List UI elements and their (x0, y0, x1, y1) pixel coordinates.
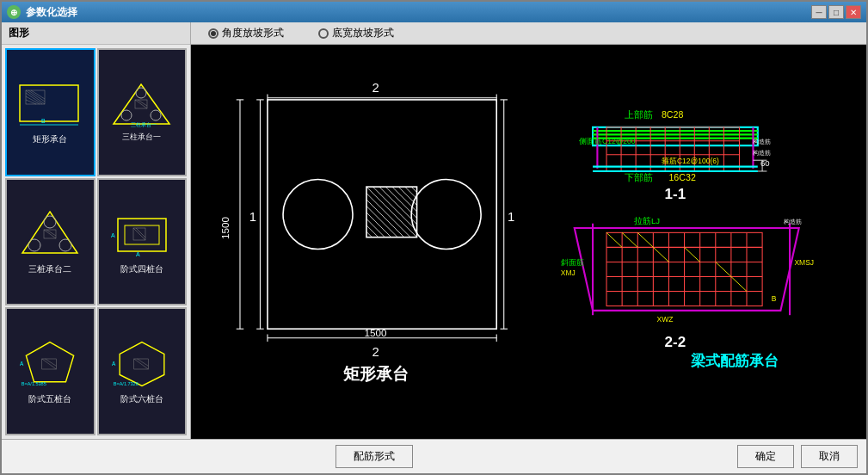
radio-label-bottom: 底宽放坡形式 (332, 26, 394, 40)
shape-item-tri3-1[interactable]: 三柱承台一 三柱承台一 (97, 48, 188, 176)
svg-text:XMJ: XMJ (561, 268, 576, 277)
svg-line-34 (42, 359, 57, 369)
window-controls: ─ □ ✕ (811, 5, 861, 19)
svg-point-21 (59, 239, 71, 251)
svg-text:2: 2 (372, 345, 379, 359)
svg-line-136 (685, 247, 700, 262)
svg-text:构造筋: 构造筋 (752, 138, 771, 145)
svg-text:构造筋: 构造筋 (752, 149, 771, 157)
svg-line-134 (637, 232, 653, 247)
svg-line-3 (28, 90, 45, 102)
right-panel: 角度放坡形式 底宽放坡形式 2 (191, 22, 866, 439)
svg-line-80 (366, 213, 391, 238)
bottom-bar: 配筋形式 确定 取消 (2, 439, 866, 473)
rebar-style-button[interactable]: 配筋形式 (336, 445, 413, 468)
svg-point-12 (136, 88, 146, 98)
svg-text:8C28: 8C28 (662, 109, 684, 120)
svg-point-13 (121, 110, 132, 120)
svg-rect-44 (268, 100, 496, 329)
svg-text:上部筋: 上部筋 (625, 109, 653, 120)
titlebar-left: ⊕ 参数化选择 (7, 5, 77, 20)
shape-item-tri3-2[interactable]: 三桩承台二 (5, 178, 95, 306)
svg-text:箍筋C12@100(6): 箍筋C12@100(6) (662, 157, 719, 165)
svg-marker-38 (120, 342, 164, 386)
svg-line-7 (26, 100, 36, 104)
svg-line-40 (134, 359, 149, 369)
svg-line-135 (653, 247, 668, 262)
svg-text:侧面筋C12@200: 侧面筋C12@200 (579, 137, 636, 145)
svg-point-67 (411, 180, 481, 250)
svg-line-72 (385, 187, 416, 218)
svg-text:2: 2 (372, 81, 379, 95)
left-panel-header: 图形 (2, 22, 190, 45)
svg-marker-18 (22, 212, 77, 253)
window-title: 参数化选择 (26, 5, 77, 20)
radio-angle-slope[interactable]: 角度放坡形式 (208, 26, 284, 40)
svg-text:XWZ: XWZ (657, 315, 674, 324)
shape-item-step6[interactable]: A B=A/1.7326 阶式六桩台 (97, 307, 188, 435)
left-panel: 图形 B (2, 22, 191, 439)
svg-text:60: 60 (760, 158, 770, 168)
shape-label-tri1: 三柱承台一 (122, 132, 161, 143)
shape-label-step4: 阶式四桩台 (120, 263, 163, 275)
svg-line-70 (372, 187, 416, 231)
svg-line-31 (136, 228, 145, 238)
svg-text:16C32: 16C32 (668, 172, 695, 182)
svg-line-75 (405, 187, 417, 199)
shape-label-tri2: 三桩承台二 (28, 263, 71, 275)
svg-line-132 (606, 232, 622, 247)
svg-text:B: B (772, 294, 777, 303)
radio-bottom-slope[interactable]: 底宽放坡形式 (318, 26, 394, 40)
svg-text:A: A (112, 361, 116, 367)
minimize-button[interactable]: ─ (811, 5, 827, 19)
svg-line-16 (135, 100, 147, 108)
radio-label-angle: 角度放坡形式 (222, 26, 284, 40)
drawing-area: 2 2 1 1 (191, 45, 866, 439)
svg-text:梁式配筋承台: 梁式配筋承台 (691, 352, 779, 369)
svg-text:矩形承台: 矩形承台 (342, 365, 409, 383)
svg-line-76 (411, 187, 416, 192)
titlebar: ⊕ 参数化选择 ─ □ ✕ (2, 2, 866, 22)
svg-point-14 (151, 110, 161, 120)
svg-line-82 (366, 225, 379, 238)
close-button[interactable]: ✕ (846, 5, 861, 19)
svg-point-19 (44, 216, 56, 228)
svg-text:A: A (111, 232, 115, 238)
svg-rect-26 (125, 225, 159, 244)
svg-text:下部筋: 下部筋 (625, 172, 653, 182)
svg-text:三柱承台一: 三柱承台一 (131, 122, 157, 127)
svg-line-69 (366, 187, 417, 238)
svg-line-5 (26, 93, 42, 104)
shape-item-step5[interactable]: A B=A/1.5385 阶式五桩台 (5, 307, 95, 435)
svg-text:XMSJ: XMSJ (794, 258, 814, 267)
shape-item-rect-cap[interactable]: B 矩形承台 (5, 48, 95, 176)
shape-label-step6: 阶式六桩台 (120, 393, 163, 405)
shape-label-step5: 阶式五桩台 (28, 393, 71, 405)
shape-grid: B 矩形承台 三柱承台一 (2, 45, 190, 439)
shape-item-step4[interactable]: A A 阶式四桩台 (97, 178, 188, 306)
svg-text:1: 1 (508, 210, 514, 224)
bottom-buttons: 配筋形式 (336, 445, 413, 468)
cancel-button[interactable]: 取消 (801, 445, 858, 468)
maximize-button[interactable]: □ (828, 5, 844, 19)
radio-circle-bottom (318, 28, 329, 39)
svg-text:1500: 1500 (219, 217, 231, 240)
action-buttons: 确定 取消 (737, 445, 858, 468)
svg-line-23 (44, 230, 56, 238)
svg-line-73 (392, 187, 417, 212)
svg-text:B=A/1.5385: B=A/1.5385 (22, 381, 46, 386)
svg-text:拉筋LJ: 拉筋LJ (634, 216, 660, 225)
svg-line-83 (366, 231, 372, 237)
svg-text:1500: 1500 (365, 327, 388, 338)
svg-text:1: 1 (249, 210, 256, 224)
app-icon: ⊕ (7, 5, 21, 19)
svg-marker-117 (575, 228, 799, 311)
svg-point-20 (28, 239, 40, 251)
radio-circle-angle (208, 28, 219, 39)
svg-line-79 (366, 206, 397, 237)
svg-point-66 (283, 180, 353, 250)
confirm-button[interactable]: 确定 (737, 445, 794, 468)
main-window: ⊕ 参数化选择 ─ □ ✕ 图形 (0, 0, 868, 475)
svg-text:斜面筋: 斜面筋 (561, 258, 584, 267)
svg-text:构造筋: 构造筋 (783, 218, 802, 225)
